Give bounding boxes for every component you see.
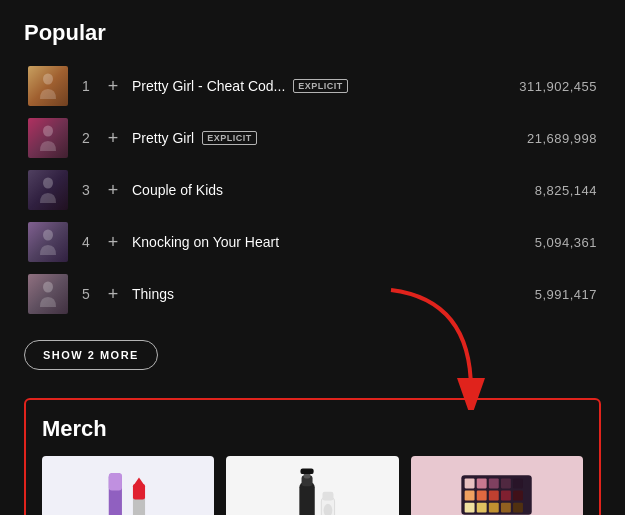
svg-point-4 — [43, 282, 53, 293]
svg-rect-18 — [322, 491, 333, 500]
track-name-5: Things — [132, 286, 174, 302]
track-add-1[interactable]: + — [104, 76, 122, 97]
show-more-button[interactable]: SHOW 2 MORE — [24, 340, 158, 370]
svg-rect-35 — [501, 502, 511, 512]
track-row[interactable]: 2 + Pretty Girl EXPLICIT 21,689,998 — [24, 112, 601, 164]
svg-rect-26 — [513, 478, 523, 488]
track-plays-5: 5,991,417 — [507, 287, 597, 302]
track-row[interactable]: 3 + Couple of Kids 8,825,144 — [24, 164, 601, 216]
track-name-2: Pretty Girl — [132, 130, 194, 146]
merch-item-3[interactable]: MAC COSMETICS — [411, 456, 583, 515]
track-add-4[interactable]: + — [104, 232, 122, 253]
track-info-3: Couple of Kids — [132, 182, 497, 198]
merch-item-2[interactable] — [226, 456, 398, 515]
svg-point-1 — [43, 126, 53, 137]
explicit-badge-2: EXPLICIT — [202, 131, 257, 145]
svg-rect-33 — [477, 502, 487, 512]
merch-image-2 — [235, 462, 390, 516]
svg-rect-31 — [513, 490, 523, 500]
track-num-5: 5 — [78, 286, 94, 302]
track-row[interactable]: 4 + Knocking on Your Heart 5,094,361 — [24, 216, 601, 268]
track-plays-1: 311,902,455 — [507, 79, 597, 94]
popular-title: Popular — [24, 20, 601, 46]
svg-rect-25 — [501, 478, 511, 488]
track-row[interactable]: 5 + Things 5,991,417 — [24, 268, 601, 320]
svg-rect-10 — [133, 484, 145, 499]
merch-image-1 — [51, 462, 206, 516]
svg-point-3 — [43, 230, 53, 241]
svg-rect-32 — [465, 502, 475, 512]
track-add-3[interactable]: + — [104, 180, 122, 201]
track-art-3 — [36, 175, 60, 205]
merch-grid: MAC COSMETICS — [42, 456, 583, 515]
track-thumb-4 — [28, 222, 68, 262]
track-info-4: Knocking on Your Heart — [132, 234, 497, 250]
track-art-5 — [36, 279, 60, 309]
svg-rect-34 — [489, 502, 499, 512]
track-num-1: 1 — [78, 78, 94, 94]
track-add-5[interactable]: + — [104, 284, 122, 305]
track-name-3: Couple of Kids — [132, 182, 223, 198]
track-row[interactable]: 1 + Pretty Girl - Cheat Cod... EXPLICIT … — [24, 60, 601, 112]
track-art-1 — [36, 71, 60, 101]
track-info-2: Pretty Girl EXPLICIT — [132, 130, 497, 146]
explicit-badge-1: EXPLICIT — [293, 79, 348, 93]
svg-point-0 — [43, 74, 53, 85]
track-name-1: Pretty Girl - Cheat Cod... — [132, 78, 285, 94]
svg-rect-36 — [513, 502, 523, 512]
track-num-4: 4 — [78, 234, 94, 250]
track-info-5: Things — [132, 286, 497, 302]
svg-rect-27 — [465, 490, 475, 500]
svg-rect-23 — [477, 478, 487, 488]
track-list: 1 + Pretty Girl - Cheat Cod... EXPLICIT … — [24, 60, 601, 320]
merch-item-1[interactable] — [42, 456, 214, 515]
track-info-1: Pretty Girl - Cheat Cod... EXPLICIT — [132, 78, 497, 94]
track-add-2[interactable]: + — [104, 128, 122, 149]
svg-point-2 — [43, 178, 53, 189]
svg-rect-30 — [501, 490, 511, 500]
merch-wrapper: Merch — [24, 398, 601, 515]
track-plays-2: 21,689,998 — [507, 131, 597, 146]
merch-title: Merch — [42, 416, 583, 442]
track-art-4 — [36, 227, 60, 257]
track-thumb-2 — [28, 118, 68, 158]
svg-rect-22 — [465, 478, 475, 488]
svg-rect-24 — [489, 478, 499, 488]
track-thumb-5 — [28, 274, 68, 314]
track-num-3: 3 — [78, 182, 94, 198]
merch-section: Merch — [24, 398, 601, 515]
track-plays-4: 5,094,361 — [507, 235, 597, 250]
svg-rect-14 — [299, 481, 314, 515]
track-name-4: Knocking on Your Heart — [132, 234, 279, 250]
svg-rect-20 — [300, 468, 313, 474]
merch-image-3: MAC COSMETICS — [419, 462, 574, 516]
svg-rect-28 — [477, 490, 487, 500]
svg-marker-11 — [133, 477, 145, 486]
svg-rect-7 — [108, 473, 121, 491]
track-thumb-1 — [28, 66, 68, 106]
svg-rect-29 — [489, 490, 499, 500]
track-art-2 — [36, 123, 60, 153]
track-thumb-3 — [28, 170, 68, 210]
track-num-2: 2 — [78, 130, 94, 146]
track-plays-3: 8,825,144 — [507, 183, 597, 198]
